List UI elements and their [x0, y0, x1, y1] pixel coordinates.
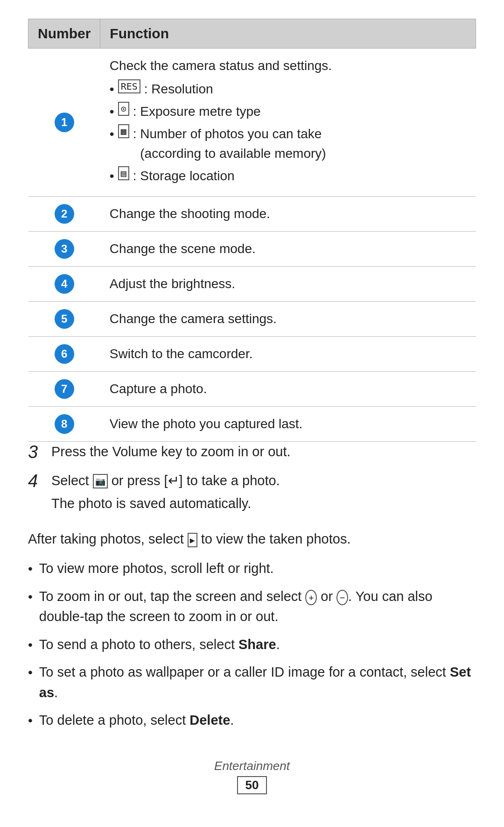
function-5-text: Change the camera settings.: [110, 311, 277, 326]
circle-7: 7: [55, 379, 74, 399]
bullet-1-4-text: : Storage location: [133, 166, 235, 186]
bullet-1-3-text: : Number of photos you can take (accordi…: [133, 124, 326, 163]
bullet-1-label: To view more photos, scroll left or righ…: [39, 558, 274, 579]
function-2: Change the shooting mode.: [100, 197, 476, 232]
table-row: 8 View the photo you captured last.: [28, 407, 476, 442]
bullet-1-1: RES : Resolution: [110, 79, 467, 99]
bullet-4-label: To set a photo as wallpaper or a caller …: [39, 662, 476, 703]
step-4-content: Select 📷 or press [↵] to take a photo.: [51, 471, 476, 491]
function-4-text: Adjust the brightness.: [110, 276, 235, 291]
storage-icon: ▤: [118, 166, 129, 180]
col-header-function: Function: [100, 19, 476, 49]
function-6: Switch to the camcorder.: [100, 337, 476, 372]
table-row: 7 Capture a photo.: [28, 372, 476, 407]
bullet-item-1: To view more photos, scroll left or righ…: [28, 558, 476, 579]
bullet-1-2: ⊙ : Exposure metre type: [110, 102, 467, 121]
step-3-content: Press the Volume key to zoom in or out.: [51, 442, 476, 462]
photos-icon: ▦: [118, 124, 129, 138]
circle-2: 2: [55, 204, 74, 224]
function-2-text: Change the shooting mode.: [110, 206, 270, 221]
step-4-num: 4: [28, 471, 51, 492]
row-num-6: 6: [28, 337, 100, 372]
delete-bold: Delete: [189, 713, 230, 728]
circle-5: 5: [55, 309, 74, 329]
table-row: 3 Change the scene mode.: [28, 232, 476, 267]
bullet-1-3: ▦ : Number of photos you can take (accor…: [110, 124, 467, 163]
function-7-text: Capture a photo.: [110, 382, 207, 396]
table-row: 1 Check the camera status and settings. …: [28, 49, 476, 197]
row-num-5: 5: [28, 302, 100, 337]
res-icon: RES: [118, 79, 140, 93]
bullet-3-label: To send a photo to others, select Share.: [39, 635, 280, 655]
bullet-2-label: To zoom in or out, tap the screen and se…: [39, 587, 476, 627]
row-num-4: 4: [28, 267, 100, 302]
bullet-item-3: To send a photo to others, select Share.: [28, 635, 476, 655]
view-icon: ▶: [188, 533, 197, 547]
row-num-3: 3: [28, 232, 100, 267]
bullet-item-5: To delete a photo, select Delete.: [28, 710, 476, 731]
after-text: After taking photos, select ▶ to view th…: [28, 529, 476, 550]
circle-3: 3: [55, 239, 74, 259]
function-5: Change the camera settings.: [100, 302, 476, 337]
function-3-text: Change the scene mode.: [110, 241, 256, 256]
share-bold: Share: [238, 637, 276, 652]
function-1: Check the camera status and settings. RE…: [100, 49, 476, 197]
step-3-num: 3: [28, 442, 51, 463]
step-3: 3 Press the Volume key to zoom in or out…: [28, 442, 476, 463]
circle-1: 1: [55, 113, 74, 132]
function-1-text: Check the camera status and settings.: [110, 58, 332, 73]
camera-icon: 📷: [93, 474, 108, 488]
circle-8: 8: [55, 414, 74, 434]
bullet-1-4: ▤ : Storage location: [110, 166, 467, 186]
step-4-sub: The photo is saved automatically.: [51, 494, 476, 514]
table-row: 5 Change the camera settings.: [28, 302, 476, 337]
bullet-item-2: To zoom in or out, tap the screen and se…: [28, 587, 476, 627]
row-num-1: 1: [28, 49, 100, 197]
bullet-1-1-text: : Resolution: [144, 79, 213, 99]
table-row: 6 Switch to the camcorder.: [28, 337, 476, 372]
bullet-item-4: To set a photo as wallpaper or a caller …: [28, 662, 476, 703]
row-num-8: 8: [28, 407, 100, 442]
zoom-in-icon: +: [305, 590, 317, 605]
bullet-5-label: To delete a photo, select Delete.: [39, 710, 234, 731]
function-7: Capture a photo.: [100, 372, 476, 407]
step-4: 4 Select 📷 or press [↵] to take a photo.: [28, 471, 476, 492]
setas-bold: Set as: [39, 664, 471, 700]
zoom-out-icon: −: [336, 590, 348, 605]
table-row: 4 Adjust the brightness.: [28, 267, 476, 302]
function-8-text: View the photo you captured last.: [110, 417, 303, 431]
col-header-number: Number: [28, 19, 100, 49]
bullet-1-2-text: : Exposure metre type: [133, 102, 261, 121]
function-4: Adjust the brightness.: [100, 267, 476, 302]
circle-6: 6: [55, 344, 74, 364]
exposure-icon: ⊙: [118, 102, 129, 116]
function-1-bullets: RES : Resolution ⊙ : Exposure metre type…: [110, 79, 467, 186]
row-num-2: 2: [28, 197, 100, 232]
bullet-list: To view more photos, scroll left or righ…: [28, 558, 476, 731]
main-table: Number Function 1 Check the camera statu…: [28, 19, 476, 442]
table-row: 2 Change the shooting mode.: [28, 197, 476, 232]
function-8: View the photo you captured last.: [100, 407, 476, 442]
footer-label: Entertainment: [28, 759, 476, 773]
function-6-text: Switch to the camcorder.: [110, 346, 253, 361]
function-3: Change the scene mode.: [100, 232, 476, 267]
row-num-7: 7: [28, 372, 100, 407]
footer: Entertainment 50: [28, 759, 476, 794]
circle-4: 4: [55, 274, 74, 294]
footer-page: 50: [237, 776, 267, 794]
